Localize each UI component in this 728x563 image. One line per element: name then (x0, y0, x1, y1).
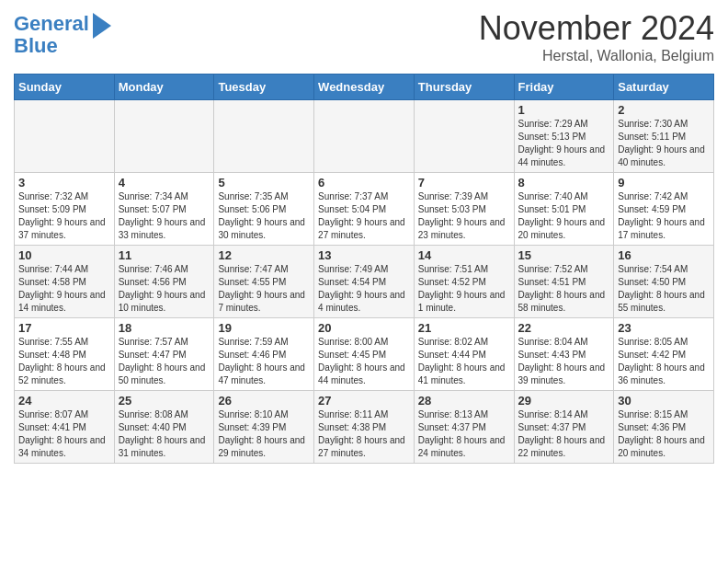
day-info: Sunrise: 7:40 AMSunset: 5:01 PMDaylight:… (518, 190, 610, 242)
table-row: 20Sunrise: 8:00 AMSunset: 4:45 PMDayligh… (314, 318, 415, 391)
day-info: Sunrise: 7:52 AMSunset: 4:51 PMDaylight:… (518, 263, 610, 315)
table-row: 13Sunrise: 7:49 AMSunset: 4:54 PMDayligh… (314, 246, 415, 318)
day-number: 23 (618, 321, 710, 335)
table-row: 18Sunrise: 7:57 AMSunset: 4:47 PMDayligh… (114, 318, 214, 391)
table-row: 2Sunrise: 7:30 AMSunset: 5:11 PMDaylight… (614, 100, 714, 173)
table-row (114, 100, 214, 173)
table-row (314, 100, 415, 173)
day-info: Sunrise: 7:57 AMSunset: 4:47 PMDaylight:… (119, 336, 210, 387)
table-row: 9Sunrise: 7:42 AMSunset: 4:59 PMDaylight… (614, 173, 714, 246)
day-info: Sunrise: 8:05 AMSunset: 4:42 PMDaylight:… (618, 336, 710, 387)
day-number: 24 (18, 394, 110, 408)
day-number: 16 (618, 248, 710, 262)
table-row: 27Sunrise: 8:11 AMSunset: 4:38 PMDayligh… (314, 391, 415, 464)
table-row: 19Sunrise: 7:59 AMSunset: 4:46 PMDayligh… (214, 318, 314, 391)
day-info: Sunrise: 8:08 AMSunset: 4:40 PMDaylight:… (119, 408, 210, 460)
calendar-week-row: 1Sunrise: 7:29 AMSunset: 5:13 PMDaylight… (15, 100, 714, 173)
col-saturday: Saturday (614, 75, 714, 100)
table-row: 26Sunrise: 8:10 AMSunset: 4:39 PMDayligh… (214, 391, 314, 464)
table-row: 1Sunrise: 7:29 AMSunset: 5:13 PMDaylight… (514, 100, 614, 173)
day-info: Sunrise: 7:47 AMSunset: 4:55 PMDaylight:… (218, 263, 310, 315)
table-row: 15Sunrise: 7:52 AMSunset: 4:51 PMDayligh… (514, 246, 614, 318)
table-row: 8Sunrise: 7:40 AMSunset: 5:01 PMDaylight… (514, 173, 614, 246)
day-number: 7 (418, 176, 510, 190)
day-info: Sunrise: 8:13 AMSunset: 4:37 PMDaylight:… (418, 408, 510, 460)
day-info: Sunrise: 7:42 AMSunset: 4:59 PMDaylight:… (618, 190, 710, 242)
table-row: 29Sunrise: 8:14 AMSunset: 4:37 PMDayligh… (514, 391, 614, 464)
day-info: Sunrise: 7:29 AMSunset: 5:13 PMDaylight:… (518, 118, 610, 169)
day-info: Sunrise: 7:44 AMSunset: 4:58 PMDaylight:… (18, 263, 110, 315)
table-row: 28Sunrise: 8:13 AMSunset: 4:37 PMDayligh… (414, 391, 514, 464)
page: General Blue November 2024 Herstal, Wall… (0, 0, 728, 473)
logo-arrow-icon (93, 13, 111, 39)
table-row: 14Sunrise: 7:51 AMSunset: 4:52 PMDayligh… (414, 246, 514, 318)
table-row: 24Sunrise: 8:07 AMSunset: 4:41 PMDayligh… (15, 391, 115, 464)
day-number: 28 (418, 394, 510, 408)
day-number: 25 (119, 394, 210, 408)
day-info: Sunrise: 8:15 AMSunset: 4:36 PMDaylight:… (618, 408, 710, 460)
day-info: Sunrise: 8:10 AMSunset: 4:39 PMDaylight:… (218, 408, 310, 460)
logo: General Blue (14, 9, 111, 57)
day-info: Sunrise: 8:11 AMSunset: 4:38 PMDaylight:… (318, 408, 410, 460)
day-number: 4 (119, 176, 210, 190)
day-number: 29 (518, 394, 610, 408)
day-number: 22 (518, 321, 610, 335)
day-info: Sunrise: 7:35 AMSunset: 5:06 PMDaylight:… (218, 190, 310, 242)
logo-text: General (14, 13, 89, 35)
day-info: Sunrise: 7:55 AMSunset: 4:48 PMDaylight:… (18, 336, 110, 387)
day-number: 20 (318, 321, 410, 335)
day-info: Sunrise: 8:00 AMSunset: 4:45 PMDaylight:… (318, 336, 410, 387)
day-info: Sunrise: 7:59 AMSunset: 4:46 PMDaylight:… (218, 336, 310, 387)
day-info: Sunrise: 7:32 AMSunset: 5:09 PMDaylight:… (18, 190, 110, 242)
day-number: 14 (418, 248, 510, 262)
table-row: 16Sunrise: 7:54 AMSunset: 4:50 PMDayligh… (614, 246, 714, 318)
table-row: 21Sunrise: 8:02 AMSunset: 4:44 PMDayligh… (414, 318, 514, 391)
day-number: 2 (618, 103, 710, 117)
day-info: Sunrise: 7:39 AMSunset: 5:03 PMDaylight:… (418, 190, 510, 242)
day-number: 9 (618, 176, 710, 190)
table-row: 3Sunrise: 7:32 AMSunset: 5:09 PMDaylight… (15, 173, 115, 246)
table-row: 17Sunrise: 7:55 AMSunset: 4:48 PMDayligh… (15, 318, 115, 391)
day-number: 13 (318, 248, 410, 262)
day-info: Sunrise: 7:49 AMSunset: 4:54 PMDaylight:… (318, 263, 410, 315)
logo-text2: Blue (14, 35, 58, 57)
col-wednesday: Wednesday (314, 75, 415, 100)
col-tuesday: Tuesday (214, 75, 314, 100)
day-number: 21 (418, 321, 510, 335)
table-row: 4Sunrise: 7:34 AMSunset: 5:07 PMDaylight… (114, 173, 214, 246)
day-info: Sunrise: 8:07 AMSunset: 4:41 PMDaylight:… (18, 408, 110, 460)
day-info: Sunrise: 7:46 AMSunset: 4:56 PMDaylight:… (119, 263, 210, 315)
header: General Blue November 2024 Herstal, Wall… (14, 9, 714, 64)
table-row: 30Sunrise: 8:15 AMSunset: 4:36 PMDayligh… (614, 391, 714, 464)
day-info: Sunrise: 7:54 AMSunset: 4:50 PMDaylight:… (618, 263, 710, 315)
day-number: 27 (318, 394, 410, 408)
day-number: 15 (518, 248, 610, 262)
day-info: Sunrise: 8:04 AMSunset: 4:43 PMDaylight:… (518, 336, 610, 387)
col-thursday: Thursday (414, 75, 514, 100)
day-info: Sunrise: 8:14 AMSunset: 4:37 PMDaylight:… (518, 408, 610, 460)
calendar-week-row: 10Sunrise: 7:44 AMSunset: 4:58 PMDayligh… (15, 246, 714, 318)
table-row: 6Sunrise: 7:37 AMSunset: 5:04 PMDaylight… (314, 173, 415, 246)
day-number: 1 (518, 103, 610, 117)
day-number: 30 (618, 394, 710, 408)
table-row: 12Sunrise: 7:47 AMSunset: 4:55 PMDayligh… (214, 246, 314, 318)
day-info: Sunrise: 7:51 AMSunset: 4:52 PMDaylight:… (418, 263, 510, 315)
table-row: 23Sunrise: 8:05 AMSunset: 4:42 PMDayligh… (614, 318, 714, 391)
day-info: Sunrise: 7:34 AMSunset: 5:07 PMDaylight:… (119, 190, 210, 242)
day-info: Sunrise: 8:02 AMSunset: 4:44 PMDaylight:… (418, 336, 510, 387)
calendar-week-row: 17Sunrise: 7:55 AMSunset: 4:48 PMDayligh… (15, 318, 714, 391)
calendar-header-row: Sunday Monday Tuesday Wednesday Thursday… (15, 75, 714, 100)
calendar-week-row: 3Sunrise: 7:32 AMSunset: 5:09 PMDaylight… (15, 173, 714, 246)
day-number: 3 (18, 176, 110, 190)
table-row: 25Sunrise: 8:08 AMSunset: 4:40 PMDayligh… (114, 391, 214, 464)
title-block: November 2024 Herstal, Wallonia, Belgium (479, 9, 714, 64)
day-number: 6 (318, 176, 410, 190)
month-title: November 2024 (479, 9, 714, 48)
col-monday: Monday (114, 75, 214, 100)
table-row: 7Sunrise: 7:39 AMSunset: 5:03 PMDaylight… (414, 173, 514, 246)
day-number: 18 (119, 321, 210, 335)
table-row: 5Sunrise: 7:35 AMSunset: 5:06 PMDaylight… (214, 173, 314, 246)
calendar-table: Sunday Monday Tuesday Wednesday Thursday… (14, 74, 714, 464)
day-number: 26 (218, 394, 310, 408)
day-number: 8 (518, 176, 610, 190)
